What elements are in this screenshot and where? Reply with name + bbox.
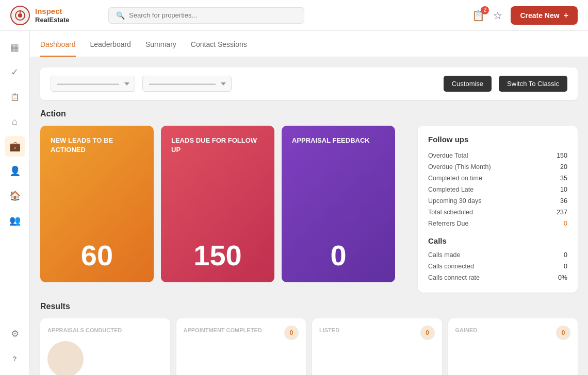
calls-title: Calls <box>428 236 567 245</box>
sidebar-item-team[interactable]: 👥 <box>5 210 25 231</box>
sidebar-item-dashboard[interactable]: ▦ <box>5 37 25 58</box>
result-card-appraisals[interactable]: APPRAISALS CONDUCTED <box>40 318 170 375</box>
settings-icon: ⚙ <box>11 328 19 339</box>
logo-icon <box>10 6 30 25</box>
new-leads-label: NEW LEADS TO BE ACTIONED <box>51 136 143 155</box>
content-area: Dashboard Leaderboard Summary Contact Se… <box>30 31 588 375</box>
tab-leaderboard[interactable]: Leaderboard <box>90 31 131 57</box>
new-leads-card[interactable]: NEW LEADS TO BE ACTIONED 60 <box>40 126 154 282</box>
listed-label: LISTED <box>319 327 435 334</box>
contacts-icon: 👤 <box>9 165 21 177</box>
sidebar-item-tasks[interactable]: ✓ <box>5 62 25 82</box>
appointment-badge: 0 <box>284 326 299 340</box>
navbar: Inspect RealEstate 🔍 📋 2 ☆ Create New + <box>0 0 588 31</box>
tab-summary[interactable]: Summary <box>145 31 176 57</box>
calls-made-row: Calls made 0 <box>428 249 567 261</box>
results-cards: APPRAISALS CONDUCTED APPOINTMENT COMPLET… <box>40 318 578 375</box>
action-cards: NEW LEADS TO BE ACTIONED 60 LEADS DUE FO… <box>40 126 411 282</box>
follow-row-total-scheduled: Total scheduled 237 <box>428 207 567 218</box>
calls-connect-rate-row: Calls connect rate 0% <box>428 272 567 283</box>
customise-button[interactable]: Customise <box>444 76 492 92</box>
appointment-label: APPOINTMENT COMPLETED <box>184 327 299 334</box>
sidebar-item-crm[interactable]: 💼 <box>5 136 25 157</box>
tasks-icon: ✓ <box>11 66 19 78</box>
result-card-listed[interactable]: LISTED 0 <box>312 318 442 375</box>
star-icon: ☆ <box>493 10 502 21</box>
sidebar-item-properties[interactable]: 🏠 <box>5 185 25 206</box>
follow-row-overdue-total: Overdue Total 150 <box>428 150 567 161</box>
create-new-button[interactable]: Create New + <box>511 6 578 25</box>
tab-dashboard[interactable]: Dashboard <box>40 31 76 57</box>
tab-bar: Dashboard Leaderboard Summary Contact Se… <box>30 31 588 57</box>
sidebar-item-home[interactable]: ⌂ <box>5 111 25 132</box>
sidebar-item-reports[interactable]: 📋 <box>5 87 25 107</box>
sidebar-item-contacts[interactable]: 👤 <box>5 161 25 181</box>
reports-icon: 📋 <box>10 93 19 101</box>
new-leads-number: 60 <box>51 238 143 272</box>
follow-row-overdue-month: Overdue (This Month) 20 <box>428 161 567 173</box>
result-card-appointment[interactable]: APPOINTMENT COMPLETED 0 <box>176 318 306 375</box>
action-section-title: Action <box>40 109 578 118</box>
dashboard-icon: ▦ <box>10 42 19 53</box>
team-icon: 👥 <box>9 215 21 226</box>
filter-row: ───────────── ────────────── Customise S… <box>40 67 578 100</box>
calls-connected-row: Calls connected 0 <box>428 261 567 272</box>
leads-followup-label: LEADS DUE FOR FOLLOW UP <box>171 136 264 155</box>
filter-select-2[interactable]: ────────────── <box>142 76 232 92</box>
result-card-gained[interactable]: GAINED 0 <box>448 318 578 375</box>
main-layout: ▦ ✓ 📋 ⌂ 💼 👤 🏠 👥 ⚙ ? <box>0 31 588 375</box>
search-bar[interactable]: 🔍 <box>108 7 304 24</box>
notification-badge: 2 <box>481 6 489 14</box>
listed-badge: 0 <box>420 326 435 340</box>
results-section-title: Results <box>40 302 578 311</box>
svg-point-1 <box>18 13 22 18</box>
appraisals-label: APPRAISALS CONDUCTED <box>47 327 163 334</box>
follow-row-completed-late: Completed Late 10 <box>428 184 567 195</box>
home-icon: ⌂ <box>12 116 18 127</box>
appraisal-feedback-label: APPRAISAL FEEDBACK <box>292 136 385 145</box>
logo: Inspect RealEstate <box>10 6 93 25</box>
help-icon: ? <box>13 355 17 363</box>
leads-followup-number: 150 <box>171 238 264 272</box>
follow-row-upcoming: Upcoming 30 days 36 <box>428 195 567 207</box>
crm-icon: 💼 <box>9 141 21 152</box>
search-icon: 🔍 <box>116 11 125 20</box>
switch-classic-button[interactable]: Switch To Classic <box>499 76 567 92</box>
action-cards-row: NEW LEADS TO BE ACTIONED 60 LEADS DUE FO… <box>40 126 578 293</box>
logo-text: Inspect RealEstate <box>35 7 69 24</box>
appraisals-chart <box>47 341 84 375</box>
plus-icon: + <box>564 11 568 20</box>
appraisal-feedback-number: 0 <box>292 238 385 272</box>
navbar-right: 📋 2 ☆ Create New + <box>472 6 578 25</box>
follow-row-completed-ontime: Completed on time 35 <box>428 173 567 184</box>
follow-row-referrers: Referrers Due 0 <box>428 218 567 229</box>
search-input[interactable] <box>129 11 297 19</box>
filter-select-1[interactable]: ───────────── <box>51 76 135 92</box>
properties-icon: 🏠 <box>9 190 21 201</box>
gained-label: GAINED <box>455 327 571 334</box>
appraisal-feedback-card[interactable]: APPRAISAL FEEDBACK 0 <box>282 126 395 282</box>
follow-ups-panel: Follow ups Overdue Total 150 Overdue (Th… <box>418 126 578 293</box>
tab-contact-sessions[interactable]: Contact Sessions <box>191 31 247 57</box>
sidebar-item-help[interactable]: ? <box>5 348 25 369</box>
sidebar: ▦ ✓ 📋 ⌂ 💼 👤 🏠 👥 ⚙ ? <box>0 31 30 375</box>
favorites-button[interactable]: ☆ <box>493 9 502 22</box>
sidebar-item-settings[interactable]: ⚙ <box>5 323 25 344</box>
follow-ups-title: Follow ups <box>428 135 567 144</box>
leads-followup-card[interactable]: LEADS DUE FOR FOLLOW UP 150 <box>161 126 274 282</box>
gained-badge: 0 <box>556 326 570 340</box>
inner-content: ───────────── ────────────── Customise S… <box>30 57 588 375</box>
notifications-button[interactable]: 📋 2 <box>472 9 485 22</box>
